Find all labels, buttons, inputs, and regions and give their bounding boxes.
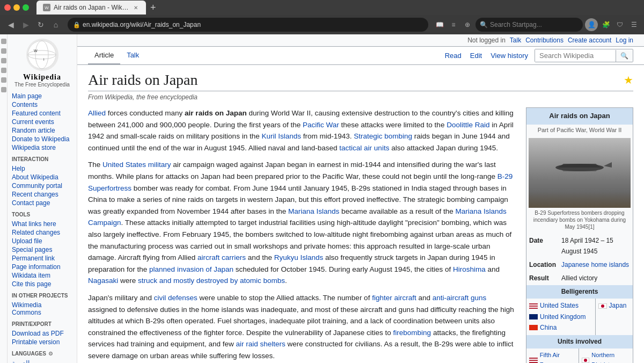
sidebar-item-store[interactable]: Wikipedia store — [12, 143, 72, 152]
hiroshima-link[interactable]: Hiroshima — [453, 265, 486, 273]
tab-talk[interactable]: Talk — [120, 47, 145, 64]
action-view-history[interactable]: View history — [488, 47, 530, 64]
menu-icon[interactable]: ☰ — [628, 19, 640, 31]
pocket-icon[interactable]: ⊕ — [462, 19, 473, 31]
anti-aircraft-link[interactable]: anti-aircraft guns — [433, 294, 487, 302]
sidebar-item-whatlinks[interactable]: What links here — [12, 220, 72, 228]
sidebar-item-contact[interactable]: Contact page — [12, 199, 72, 207]
unit-link-1[interactable]: Fifth Air Force — [540, 351, 576, 363]
shield-icon[interactable]: 🛡 — [614, 19, 626, 31]
mariana-islands-link[interactable]: Mariana Islands — [288, 207, 339, 215]
location-link[interactable]: Japanese home islands — [561, 261, 629, 268]
new-tab-button[interactable]: + — [146, 1, 160, 14]
ssl-lock-icon: 🔒 — [73, 21, 80, 28]
active-tab[interactable]: W Air raids on Japan - Wikipe ✕ — [36, 1, 146, 14]
sidebar-item-pageinfo[interactable]: Page information — [12, 263, 72, 271]
close-button[interactable] — [4, 4, 11, 11]
sidebar-item-related-changes[interactable]: Related changes — [12, 228, 72, 237]
doolittle-link[interactable]: Doolittle Raid — [447, 121, 489, 129]
sidebar-item-featured[interactable]: Featured content — [12, 109, 72, 118]
sidebar-item-lang-arabic[interactable]: العربية — [12, 359, 72, 363]
action-edit[interactable]: Edit — [468, 47, 484, 64]
sidebar-item-current-events[interactable]: Current events — [12, 118, 72, 126]
sidebar-icon-5[interactable] — [1, 77, 6, 83]
tab-article[interactable]: Article — [88, 47, 120, 64]
create-account-link[interactable]: Create account — [568, 37, 611, 44]
strategic-bombing-link[interactable]: Strategic bombing — [354, 132, 412, 140]
browser-sidebar-panel — [0, 34, 8, 363]
sidebar-item-download-pdf[interactable]: Download as PDF — [12, 329, 72, 338]
action-read[interactable]: Read — [443, 47, 464, 64]
china-link[interactable]: China — [540, 323, 557, 333]
forward-button[interactable]: ▶ — [19, 18, 32, 31]
sidebar-item-random[interactable]: Random article — [12, 126, 72, 135]
sidebar-item-about[interactable]: About Wikipedia — [12, 173, 72, 182]
japan-link[interactable]: Japan — [609, 301, 627, 311]
url-bar[interactable]: 🔒 en.wikipedia.org/wiki/Air_raids_on_Jap… — [68, 18, 428, 32]
tab-close-button[interactable]: ✕ — [132, 4, 140, 11]
home-button[interactable]: ⌂ — [49, 18, 62, 31]
sidebar-item-upload[interactable]: Upload file — [12, 237, 72, 245]
sidebar-icon-1[interactable] — [1, 39, 6, 44]
aircraft-carriers-link[interactable]: aircraft carriers — [197, 253, 246, 262]
tactical-air-link[interactable]: tactical air units — [339, 144, 389, 152]
civil-defenses-link[interactable]: civil defenses — [154, 294, 197, 302]
reload-button[interactable]: ↻ — [34, 18, 47, 31]
firebombing-link[interactable]: firebombing — [393, 329, 431, 337]
maximize-button[interactable] — [23, 4, 29, 11]
reader-mode-icon[interactable]: ≡ — [448, 19, 459, 31]
star-icon[interactable]: ★ — [624, 74, 633, 86]
air-raid-shelters-link[interactable]: air raid shelters — [236, 340, 285, 348]
us-link[interactable]: United States — [540, 301, 579, 311]
user-avatar[interactable]: 👤 — [585, 18, 598, 31]
sidebar-item-contents[interactable]: Contents — [12, 100, 72, 109]
bookmark-icon[interactable]: 📖 — [434, 19, 445, 31]
title-bar: W Air raids on Japan - Wikipe ✕ + — [0, 0, 644, 15]
ryukyu-link[interactable]: Ryukyu Islands — [274, 253, 324, 262]
page-subtitle: From Wikipedia, the free encyclopedia — [88, 93, 633, 101]
uk-link[interactable]: United Kingdom — [540, 312, 586, 322]
sidebar-item-printable[interactable]: Printable version — [12, 338, 72, 346]
us-military-link[interactable]: United States military — [103, 161, 171, 169]
sidebar-item-special[interactable]: Special pages — [12, 245, 72, 254]
sidebar-item-commons[interactable]: Wikimedia Commons — [12, 301, 72, 317]
wiki-main-content: Not logged in Talk Contributions Create … — [77, 34, 644, 363]
sidebar-item-cite[interactable]: Cite this page — [12, 280, 72, 288]
atomic-bombs-link[interactable]: struck and mostly destroyed by atomic bo… — [138, 277, 285, 285]
extensions-icon[interactable]: 🧩 — [600, 19, 612, 31]
sidebar-icon-6[interactable] — [1, 87, 6, 92]
wiki-search-input[interactable] — [535, 49, 616, 62]
nagasaki-link[interactable]: Nagasaki — [88, 277, 118, 285]
jp-unit-link-1[interactable]: Northern District — [591, 351, 630, 363]
sidebar-item-donate[interactable]: Donate to Wikipedia — [12, 135, 72, 143]
languages-settings-icon[interactable]: ⚙ — [48, 351, 53, 357]
sidebar-item-community[interactable]: Community portal — [12, 182, 72, 190]
sidebar-icon-4[interactable] — [1, 68, 6, 73]
sidebar-item-help[interactable]: Help — [12, 164, 72, 173]
planned-invasion-link[interactable]: planned invasion of Japan — [149, 265, 233, 273]
search-icon: 🔍 — [480, 21, 488, 28]
log-in-link[interactable]: Log in — [616, 37, 633, 44]
minimize-button[interactable] — [13, 4, 20, 11]
wiki-search-button[interactable]: 🔍 — [616, 50, 633, 62]
sidebar-icon-3[interactable] — [1, 58, 6, 63]
sidebar-item-recent-changes[interactable]: Recent changes — [12, 190, 72, 199]
wiki-search-box[interactable]: 🔍 — [535, 49, 633, 62]
b29-link[interactable]: B-29 Superfortress — [88, 172, 513, 192]
back-button[interactable]: ◀ — [4, 18, 17, 31]
result-label: Result — [526, 272, 559, 285]
sidebar-item-main-page[interactable]: Main page — [12, 92, 72, 100]
unit-5th-af: Fifth Air Force — [529, 351, 576, 363]
allied-link[interactable]: Allied — [88, 109, 106, 117]
sidebar-item-wikidata[interactable]: Wikidata item — [12, 271, 72, 280]
search-bar[interactable]: 🔍 Search Startpag... — [475, 18, 583, 32]
sidebar-item-permalink[interactable]: Permanent link — [12, 254, 72, 263]
talk-link[interactable]: Talk — [510, 37, 521, 44]
kuril-link[interactable]: Kuril Islands — [261, 132, 301, 140]
pacific-war-link[interactable]: Pacific War — [303, 121, 339, 129]
fighter-aircraft-link[interactable]: fighter aircraft — [372, 294, 416, 302]
date-label: Date — [526, 234, 559, 258]
contributions-link[interactable]: Contributions — [525, 37, 564, 44]
date-value: 18 April 1942 – 15 August 1945 — [559, 234, 633, 258]
sidebar-icon-2[interactable] — [1, 48, 6, 54]
